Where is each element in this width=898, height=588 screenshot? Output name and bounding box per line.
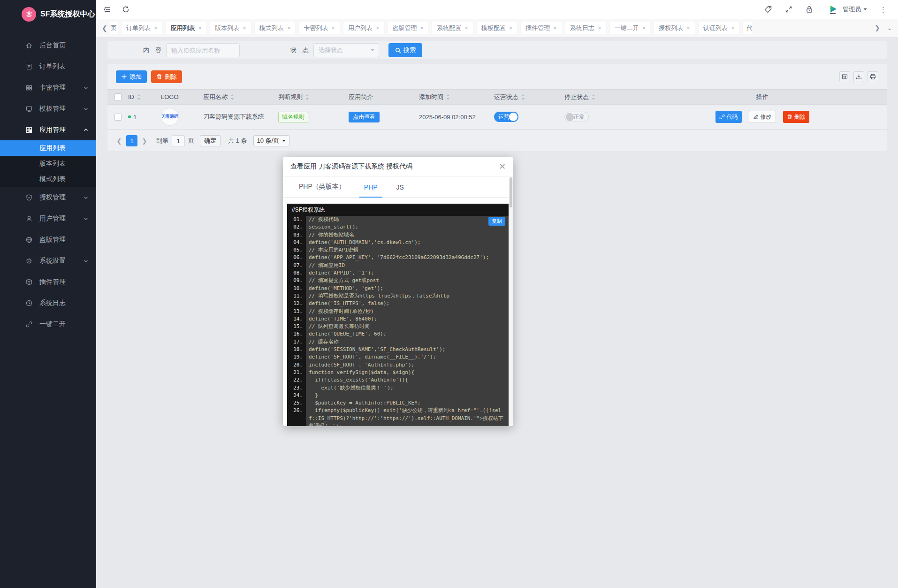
sidebar-item-auth[interactable]: 授权管理 [0,187,96,208]
nav-tab[interactable]: 一键二开× [610,22,651,34]
close-icon[interactable]: × [198,24,202,31]
close-icon[interactable]: × [509,24,513,31]
close-icon[interactable]: ✕ [499,162,506,171]
row-checkbox[interactable] [114,114,122,121]
sidebar-subitem-app-list[interactable]: 应用列表 [0,140,96,156]
export-icon[interactable] [853,71,864,82]
nav-tab[interactable]: 盗版管理× [388,22,429,34]
sidebar-item-cards[interactable]: 卡密管理 [0,77,96,98]
print-icon[interactable] [868,71,878,82]
close-icon[interactable]: × [731,24,735,31]
close-icon[interactable]: × [553,24,557,31]
more-menu-icon[interactable]: ⋮ [880,6,887,13]
prev-page-icon[interactable]: ❮ [114,135,124,146]
nav-tab[interactable]: 代理列表× [743,22,752,34]
copy-button[interactable]: 复制 [488,217,505,226]
close-icon[interactable]: × [642,24,646,31]
sort-icon[interactable] [521,94,525,100]
sidebar-item-label: 插件管理 [39,278,89,286]
sort-icon[interactable] [230,94,235,100]
lock-icon[interactable] [805,5,814,14]
sidebar-item-logs[interactable]: 系统日志 [0,292,96,313]
page-size-select[interactable]: 10 条/页 [253,135,289,146]
sidebar-subitem-mode-list[interactable]: 模式列表 [0,171,96,187]
sidebar-item-plugins[interactable]: 插件管理 [0,271,96,292]
nav-tab[interactable]: 首页× [110,22,118,34]
close-icon[interactable]: × [464,24,468,31]
column-header[interactable]: ID [126,93,159,100]
column-header[interactable]: 应用名称 [201,93,276,101]
sidebar-item-settings[interactable]: 系统设置 [0,250,96,271]
nav-tab[interactable]: 用户列表× [343,22,384,34]
nav-tab[interactable]: 版本列表× [210,22,251,34]
nav-tab[interactable]: 订单列表× [122,22,162,34]
columns-icon[interactable] [839,71,850,82]
nav-tab[interactable]: 系统配置× [432,22,473,34]
column-header[interactable]: 运营状态 [492,93,563,101]
column-header[interactable]: 停止状态 [563,93,638,101]
run-status-toggle[interactable]: 运营 [494,112,518,122]
sidebar-item-users[interactable]: 用户管理 [0,208,96,229]
tabs-scroll-left-icon[interactable]: ❮ [102,24,110,32]
caret-down-icon[interactable] [863,7,868,12]
modal-tab[interactable]: JS [387,183,413,197]
cards-icon [25,84,33,92]
nav-tab[interactable]: 插件管理× [521,22,562,34]
tabs-scroll-right-icon[interactable]: ❯ [874,24,881,31]
sidebar-item-orders[interactable]: 订单列表 [0,56,96,77]
next-page-icon[interactable]: ❯ [139,135,150,146]
content-search-input[interactable] [166,43,240,57]
sidebar-item-onekey[interactable]: 一键二开 [0,313,96,335]
sort-icon[interactable] [137,94,141,100]
close-icon[interactable]: × [598,24,601,31]
scrollbar-thumb[interactable] [510,177,512,207]
code-button[interactable]: 代码 [715,111,742,123]
nav-tab[interactable]: 系统日志× [565,22,606,34]
close-icon[interactable]: × [287,24,291,31]
bulk-delete-button[interactable]: 删除 [151,70,182,83]
close-icon[interactable]: × [154,24,158,31]
edit-button[interactable]: 修改 [749,111,776,123]
close-icon[interactable]: × [686,24,690,31]
column-header[interactable]: 判断规则 [276,93,347,101]
modal-tab[interactable]: PHP [355,183,387,197]
status-select[interactable]: 选择状态 [313,43,379,57]
tabs-menu-icon[interactable]: ⌄ [886,24,893,31]
close-icon[interactable]: × [376,24,380,31]
goto-confirm-button[interactable]: 确定 [200,135,221,146]
sort-icon[interactable] [305,94,310,100]
nav-tab[interactable]: 认证列表× [699,22,739,34]
nav-tab[interactable]: 授权列表× [654,22,695,34]
close-icon[interactable]: × [420,24,424,31]
sort-icon[interactable] [446,94,450,100]
tag-icon[interactable] [764,5,772,14]
stop-status-toggle[interactable]: 正常 [564,112,589,122]
column-header[interactable]: 添加时间 [417,93,492,101]
close-icon[interactable]: × [331,24,335,31]
nav-tab[interactable]: 应用列表× [166,22,207,34]
select-all-checkbox[interactable] [114,93,122,100]
nav-tab[interactable]: 模板配置× [477,22,517,34]
sort-icon[interactable] [591,94,596,100]
sidebar-item-templates[interactable]: 模板管理 [0,98,96,119]
nav-tab[interactable]: 卡密列表× [299,22,340,34]
user-avatar[interactable] [827,3,839,15]
current-user-label[interactable]: 管理员 [843,5,861,14]
add-button[interactable]: 添加 [116,70,147,83]
modal-tab[interactable]: PHP（类版本） [289,183,355,197]
sidebar-item-piracy[interactable]: 盗版管理 [0,229,96,250]
modal-scrollbar[interactable] [509,177,513,425]
fullscreen-icon[interactable] [784,5,793,14]
search-button[interactable]: 搜索 [388,43,422,57]
sidebar-item-home[interactable]: 后台首页 [0,35,96,56]
page-number[interactable]: 1 [126,135,137,146]
view-intro-badge[interactable]: 点击查看 [349,112,380,122]
close-icon[interactable]: × [243,24,246,31]
refresh-icon[interactable] [122,5,130,14]
collapse-sidebar-icon[interactable] [103,5,111,14]
goto-page-input[interactable] [172,135,185,146]
delete-button[interactable]: 删除 [783,111,809,123]
sidebar-item-apps[interactable]: 应用管理 [0,119,96,140]
nav-tab[interactable]: 模式列表× [255,22,296,34]
sidebar-subitem-version-list[interactable]: 版本列表 [0,156,96,171]
